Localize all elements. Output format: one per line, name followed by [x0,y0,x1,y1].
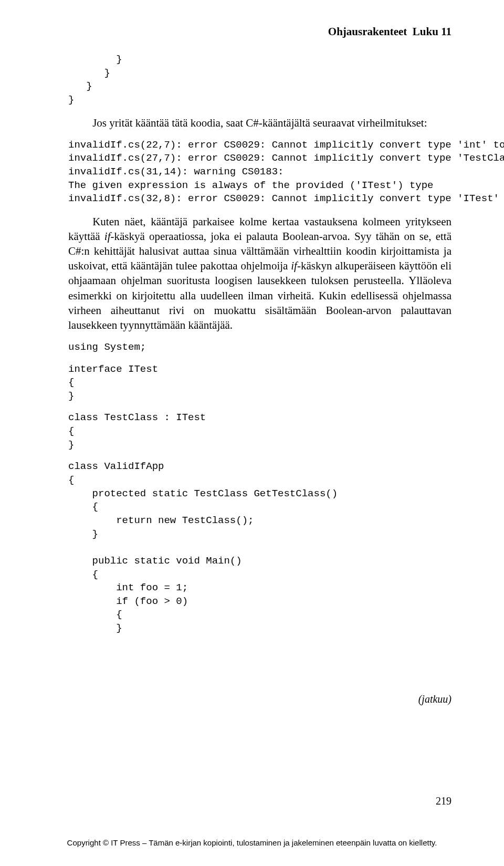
copyright-footer: Copyright © IT Press – Tämän e-kirjan ko… [0,838,504,847]
header-section: Ohjausrakenteet [328,25,407,38]
code-using: using System; [68,341,452,354]
if-keyword-italic: if [104,230,111,243]
compiler-errors: invalidIf.cs(22,7): error CS0029: Cannot… [68,139,452,206]
code-interface: interface ITest { } [68,363,452,403]
continues-label: (jatkuu) [68,693,452,705]
code-testclass: class TestClass : ITest { } [68,411,452,452]
page-number: 219 [436,795,452,807]
running-header: Ohjausrakenteet Luku 11 [68,25,452,38]
code-closing-braces: } } } } [68,53,452,107]
intro-text: Jos yrität kääntää tätä koodia, saat C#-… [92,117,427,129]
code-validifapp: class ValidIfApp { protected static Test… [68,460,452,635]
explanation-paragraph: Kuten näet, kääntäjä parkaisee kolme ker… [68,214,452,332]
if-keyword-italic-2: if [291,259,297,272]
intro-paragraph: Jos yrität kääntää tätä koodia, saat C#-… [68,116,452,130]
header-chapter: Luku 11 [413,25,452,38]
page: Ohjausrakenteet Luku 11 } } } } Jos yrit… [0,0,504,866]
